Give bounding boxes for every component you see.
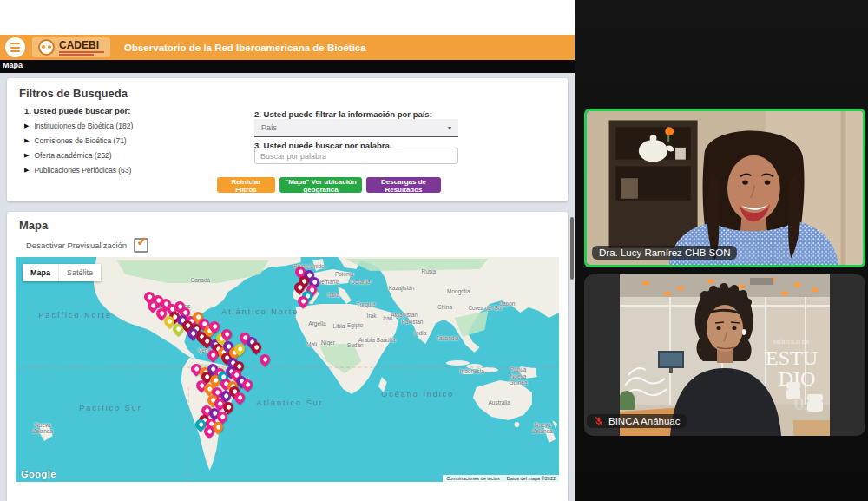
participant-tile-lucy[interactable]: Dra. Lucy Ramírez CHB SON	[584, 109, 865, 267]
google-logo: Google	[21, 469, 56, 479]
filter-item[interactable]: ▶Comisiones de Bioética (71)	[24, 133, 133, 148]
participant-tile-binca[interactable]: MÓDULO DE ESTU DIO 02	[584, 274, 865, 436]
logo-subtext-line	[59, 51, 104, 53]
cadebi-logo-icon	[38, 39, 55, 56]
country-select[interactable]: País ▾	[254, 119, 458, 137]
download-results-button[interactable]: Descargas de Resultados	[366, 177, 441, 193]
preview-checkbox[interactable]: ✓	[134, 238, 148, 253]
filter-item-list: ▶Instituciones de Bioética (182)▶Comisio…	[24, 118, 133, 177]
mic-off-icon	[594, 416, 604, 426]
map-canvas[interactable]: Mapa Satélite Google Combinaciones de te…	[16, 257, 559, 482]
filter-item-label: Oferta académica (252)	[34, 151, 111, 160]
filters-card: Filtros de Busqueda 1. Usted puede busca…	[7, 78, 568, 201]
participant-video: MÓDULO DE ESTU DIO 02	[620, 274, 830, 436]
filter-item-label: Publicaciones Periódicas (63)	[34, 166, 131, 175]
filter-item-label: Comisiones de Bioética (71)	[34, 136, 126, 145]
logo-subtext-line	[59, 54, 94, 56]
triangle-right-icon: ▶	[24, 137, 29, 144]
triangle-right-icon: ▶	[24, 167, 29, 174]
search-input[interactable]	[254, 148, 458, 164]
world-map-graphic	[16, 257, 559, 482]
participant-name: BINCA Anáhuac	[608, 416, 680, 426]
filter-item[interactable]: ▶Publicaciones Periódicas (63)	[24, 162, 133, 177]
hamburger-menu-icon[interactable]	[5, 37, 25, 57]
filters-section1-label: 1. Usted puede buscar por:	[24, 106, 130, 115]
svg-text:MÓDULO DE: MÓDULO DE	[773, 339, 810, 346]
logo-text: CADEBI	[59, 40, 104, 50]
filter-item-label: Instituciones de Bioética (182)	[34, 122, 133, 130]
map-type-map-button[interactable]: Mapa	[23, 264, 59, 281]
svg-text:ESTU: ESTU	[766, 346, 818, 369]
screen-share-region: CADEBI Observatorio de la Red Iberoameri…	[0, 0, 575, 501]
breadcrumb: Mapa	[0, 60, 575, 73]
site-header: CADEBI Observatorio de la Red Iberoameri…	[0, 35, 575, 60]
map-type-control: Mapa Satélite	[23, 264, 101, 281]
keyboard-shortcuts-link[interactable]: Combinaciones de teclas	[443, 475, 503, 482]
shelf-illustration	[609, 120, 698, 247]
page-scrollbar[interactable]	[570, 217, 574, 280]
zoom-call-window: CADEBI Observatorio de la Red Iberoameri…	[0, 0, 868, 501]
cadebi-logo[interactable]: CADEBI	[32, 37, 110, 57]
browser-top-whitespace	[0, 0, 575, 35]
filters-section2-label: 2. Usted puede filtrar la información po…	[254, 109, 432, 119]
filters-title: Filtros de Busqueda	[19, 87, 128, 100]
reset-filters-button[interactable]: Reiniciar Filtros	[217, 177, 275, 193]
filter-item[interactable]: ▶Instituciones de Bioética (182)	[24, 118, 133, 133]
triangle-right-icon: ▶	[24, 122, 29, 129]
filter-item[interactable]: ▶Oferta académica (252)	[24, 148, 133, 162]
map-footer: Combinaciones de teclas Datos del mapa ©…	[443, 475, 559, 482]
participants-panel: Dra. Lucy Ramírez CHB SON	[575, 0, 868, 501]
participant-name-badge: BINCA Anáhuac	[587, 414, 687, 428]
map-view-button[interactable]: "Mapa" Ver ubicación geográfica	[279, 177, 362, 193]
triangle-right-icon: ▶	[24, 152, 29, 159]
map-section-title: Mapa	[19, 219, 48, 232]
check-icon: ✓	[136, 234, 148, 249]
map-type-satellite-button[interactable]: Satélite	[59, 264, 101, 281]
map-card: Mapa Desactivar Previsualización ✓	[7, 212, 568, 501]
participant-name-badge: Dra. Lucy Ramírez CHB SON	[592, 246, 737, 260]
preview-toggle-label: Desactivar Previsualización	[26, 241, 127, 250]
chevron-down-icon: ▾	[448, 124, 451, 132]
participant-video	[587, 111, 863, 265]
site-title: Observatorio de la Red Iberoamericana de…	[124, 43, 366, 53]
participant-name: Dra. Lucy Ramírez CHB SON	[599, 247, 730, 258]
map-data-attribution: Datos del mapa ©2022	[503, 475, 559, 482]
country-select-value: País	[261, 123, 277, 132]
